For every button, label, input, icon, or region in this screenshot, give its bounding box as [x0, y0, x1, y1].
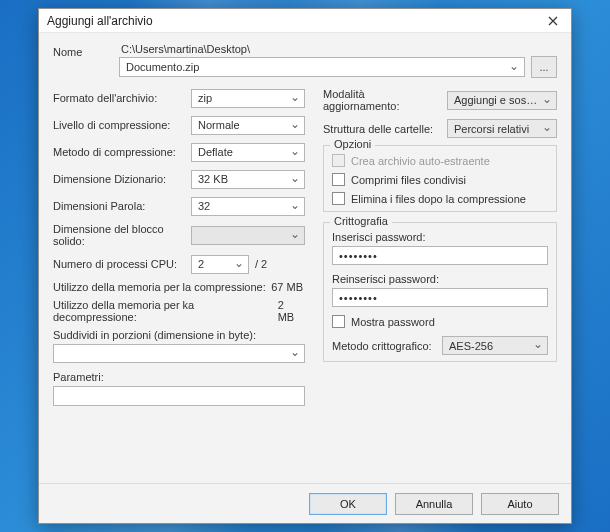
- window-title: Aggiungi all'archivio: [47, 14, 539, 28]
- help-button[interactable]: Aiuto: [481, 493, 559, 515]
- sfx-label: Crea archivio auto-estraente: [351, 155, 490, 167]
- mem-comp-label: Utilizzo della memoria per la compressio…: [53, 281, 266, 293]
- archive-path: C:\Users\martina\Desktop\: [119, 43, 557, 55]
- mem-decomp-row: Utilizzo della memoria per ka decompress…: [53, 299, 305, 323]
- archive-filename-input[interactable]: [119, 57, 525, 77]
- cancel-button[interactable]: Annulla: [395, 493, 473, 515]
- solid-label: Dimensione del blocco solido:: [53, 223, 191, 247]
- sfx-checkbox: [332, 154, 345, 167]
- split-label: Suddividi in porzioni (dimensione in byt…: [53, 329, 305, 341]
- mem-comp-row: Utilizzo della memoria per la compressio…: [53, 281, 305, 293]
- format-label: Formato dell'archivio:: [53, 92, 191, 104]
- word-combo[interactable]: [191, 197, 305, 216]
- name-label: Nome: [53, 43, 111, 58]
- password-input[interactable]: [332, 246, 548, 265]
- footer: OK Annulla Aiuto: [39, 483, 571, 523]
- show-password-label: Mostra password: [351, 316, 435, 328]
- mem-decomp-value: 2 MB: [278, 299, 303, 323]
- crypto-title: Crittografia: [330, 215, 392, 227]
- options-group: Opzioni Crea archivio auto-estraente Com…: [323, 145, 557, 212]
- paths-label: Struttura delle cartelle:: [323, 123, 441, 135]
- shared-label: Comprimi files condivisi: [351, 174, 466, 186]
- dialog-window: Aggiungi all'archivio Nome C:\Users\mart…: [38, 8, 572, 524]
- split-combo[interactable]: [53, 344, 305, 363]
- repassword-input[interactable]: [332, 288, 548, 307]
- repassword-label: Reinserisci password:: [332, 273, 548, 285]
- level-label: Livello di compressione:: [53, 119, 191, 131]
- columns: Formato dell'archivio: Livello di compre…: [53, 88, 557, 414]
- delete-label: Elimina i files dopo la compressione: [351, 193, 526, 205]
- browse-button[interactable]: ...: [531, 56, 557, 78]
- method-label: Metodo di compressione:: [53, 146, 191, 158]
- enc-method-label: Metodo crittografico:: [332, 340, 436, 352]
- paths-combo[interactable]: [447, 119, 557, 138]
- mem-decomp-label: Utilizzo della memoria per ka decompress…: [53, 299, 278, 323]
- titlebar: Aggiungi all'archivio: [39, 9, 571, 33]
- password-label: Inserisci password:: [332, 231, 548, 243]
- ok-button[interactable]: OK: [309, 493, 387, 515]
- cpu-label: Numero di processi CPU:: [53, 258, 191, 270]
- options-title: Opzioni: [330, 138, 375, 150]
- archive-name-row: Nome C:\Users\martina\Desktop\ ...: [53, 43, 557, 78]
- params-input[interactable]: [53, 386, 305, 406]
- format-combo[interactable]: [191, 89, 305, 108]
- shared-checkbox[interactable]: [332, 173, 345, 186]
- dict-label: Dimensione Dizionario:: [53, 173, 191, 185]
- cpu-suffix: / 2: [255, 258, 267, 270]
- delete-checkbox[interactable]: [332, 192, 345, 205]
- update-combo[interactable]: [447, 91, 557, 110]
- word-label: Dimensioni Parola:: [53, 200, 191, 212]
- method-combo[interactable]: [191, 143, 305, 162]
- enc-method-combo[interactable]: [442, 336, 548, 355]
- close-button[interactable]: [539, 11, 567, 31]
- cpu-combo[interactable]: [191, 255, 249, 274]
- crypto-group: Crittografia Inserisci password: Reinser…: [323, 222, 557, 362]
- show-password-checkbox[interactable]: [332, 315, 345, 328]
- dialog-body: Nome C:\Users\martina\Desktop\ ... Forma…: [39, 33, 571, 483]
- solid-combo: [191, 226, 305, 245]
- params-label: Parametri:: [53, 371, 305, 383]
- mem-comp-value: 67 MB: [271, 281, 303, 293]
- name-fields: C:\Users\martina\Desktop\ ...: [119, 43, 557, 78]
- left-column: Formato dell'archivio: Livello di compre…: [53, 88, 305, 414]
- dict-combo[interactable]: [191, 170, 305, 189]
- close-icon: [548, 16, 558, 26]
- right-column: Modalità aggiornamento: Struttura delle …: [323, 88, 557, 414]
- update-label: Modalità aggiornamento:: [323, 88, 441, 112]
- level-combo[interactable]: [191, 116, 305, 135]
